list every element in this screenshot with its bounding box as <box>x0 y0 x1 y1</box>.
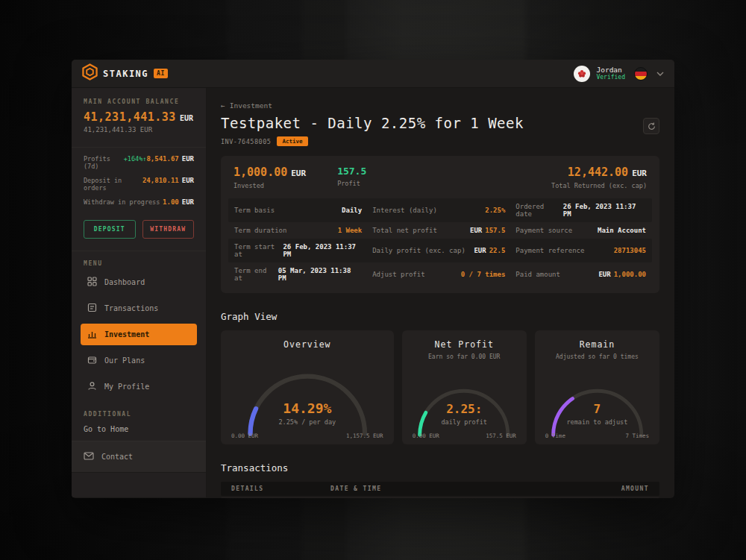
back-to-investment-link[interactable]: ← Investment <box>221 101 524 110</box>
sidebar-item-investment[interactable]: Investment <box>81 324 197 345</box>
back-arrow-icon: ← <box>221 101 225 110</box>
sidebar-item-label: Dashboard <box>104 278 145 286</box>
balance-label: MAIN ACCOUNT BALANCE <box>84 98 194 105</box>
go-to-home-link[interactable]: Go to Home <box>84 425 194 433</box>
account-stats: Profits (7d) +164%↑ 8,541.67 EUR Deposit… <box>72 147 206 215</box>
sidebar-item-label: My Profile <box>104 383 149 391</box>
investment-summary-card: 1,000.00 EUR Invested 157.5 Profit 12,44… <box>221 156 659 293</box>
avatar <box>574 66 590 82</box>
transactions-heading: Transactions <box>221 462 659 474</box>
main-content: ← Investment Testpaket - Daily 2.25% for… <box>207 88 674 497</box>
sidebar-item-contact[interactable]: Contact <box>72 441 206 473</box>
envelope-icon <box>84 452 94 462</box>
remain-gauge-card: Remain Adjusted so far 0 times 7 remain … <box>535 330 659 444</box>
sidebar-item-our-plans[interactable]: Our Plans <box>81 350 197 371</box>
overview-gauge-card: Overview 14.29% 2.25% / per day 0.00 EUR… <box>221 330 394 444</box>
investment-details-table: Term basis Daily Interest (daily) 2.25% … <box>228 198 652 286</box>
table-row: Term duration 1 Week Total net profit EU… <box>228 222 652 239</box>
menu-label: MENU <box>81 260 197 267</box>
balance-secondary: 41,231,441.33 EUR <box>84 126 194 133</box>
staking-logo-icon <box>82 63 98 84</box>
sidebar-item-transactions[interactable]: Transactions <box>81 298 197 319</box>
transactions-table: DETAILS DATE & TIME AMOUNT Investment 26… <box>221 482 659 498</box>
transactions-icon <box>87 303 97 314</box>
brand-ai-badge: AI <box>154 69 168 78</box>
sidebar-item-label: Transactions <box>104 304 158 312</box>
sidebar-item-my-profile[interactable]: My Profile <box>81 376 197 397</box>
contact-label: Contact <box>101 453 133 461</box>
withdraw-button[interactable]: WITHDRAW <box>142 220 195 239</box>
table-row: Term end at 05 Mar, 2023 11:38 PM Adjust… <box>228 262 652 286</box>
brand-name: STAKING <box>103 69 148 79</box>
deposit-button[interactable]: DEPOSIT <box>84 220 136 239</box>
investment-icon <box>87 329 97 340</box>
balance-section: MAIN ACCOUNT BALANCE 41,231,441.33 EUR 4… <box>72 88 206 141</box>
table-row: Term basis Daily Interest (daily) 2.25% … <box>228 198 652 222</box>
sidebar: MAIN ACCOUNT BALANCE 41,231,441.33 EUR 4… <box>72 88 207 497</box>
transactions-header-row: DETAILS DATE & TIME AMOUNT <box>221 482 659 496</box>
app-window: STAKING AI Jordan Verified <box>72 60 674 498</box>
status-badge: Active <box>277 136 307 146</box>
invested-stat: 1,000.00 EUR Invested <box>233 166 306 189</box>
balance-value: 41,231,441.33 <box>84 110 176 124</box>
profile-icon <box>87 381 97 392</box>
stat-withdraw-in-progress: Withdraw in progress 1.00 EUR <box>84 198 194 206</box>
additional-label: ADDITIONAL <box>84 411 194 418</box>
balance-currency: EUR <box>180 114 193 122</box>
main-menu: MENU Dashboard Transactions <box>72 251 206 403</box>
user-name: Jordan <box>596 66 625 75</box>
brand-logo[interactable]: STAKING AI <box>82 63 168 84</box>
sidebar-item-dashboard[interactable]: Dashboard <box>81 271 197 293</box>
stat-deposit-in-orders: Deposit in orders 24,810.11 EUR <box>84 177 194 192</box>
stat-profits-7d: Profits (7d) +164%↑ 8,541.67 EUR <box>84 155 194 170</box>
page-title: Testpaket - Daily 2.25% for 1 Week <box>221 115 524 131</box>
wallet-icon <box>87 355 97 366</box>
sidebar-footer <box>72 473 206 497</box>
net-profit-gauge-card: Net Profit Earn so far 0.00 EUR 2.25: da… <box>402 330 527 444</box>
top-bar: STAKING AI Jordan Verified <box>72 60 674 88</box>
refresh-button[interactable] <box>643 118 659 134</box>
table-row[interactable]: Investment 26 Feb, 2023 11:37 PM - 1,000… <box>221 497 659 498</box>
additional-section: ADDITIONAL Go to Home <box>72 403 206 441</box>
graph-view-heading: Graph View <box>221 311 659 322</box>
table-row: Term start at 26 Feb, 2023 11:37 PM Dail… <box>228 239 652 262</box>
total-returned-stat: 12,442.00 EUR Total Returned (exc. cap) <box>551 166 647 189</box>
language-flag-icon[interactable] <box>634 67 648 81</box>
chevron-down-icon[interactable] <box>656 72 664 76</box>
user-verified-status: Verified <box>596 74 625 81</box>
user-menu[interactable]: Jordan Verified <box>574 66 625 82</box>
profit-delta: +164%↑ <box>124 155 147 163</box>
sidebar-item-label: Our Plans <box>104 356 145 365</box>
sidebar-item-label: Investment <box>104 330 149 339</box>
invoice-reference: INV-76458005 <box>221 138 271 145</box>
dashboard-icon <box>87 277 97 288</box>
profit-stat: 157.5 Profit <box>337 166 366 187</box>
